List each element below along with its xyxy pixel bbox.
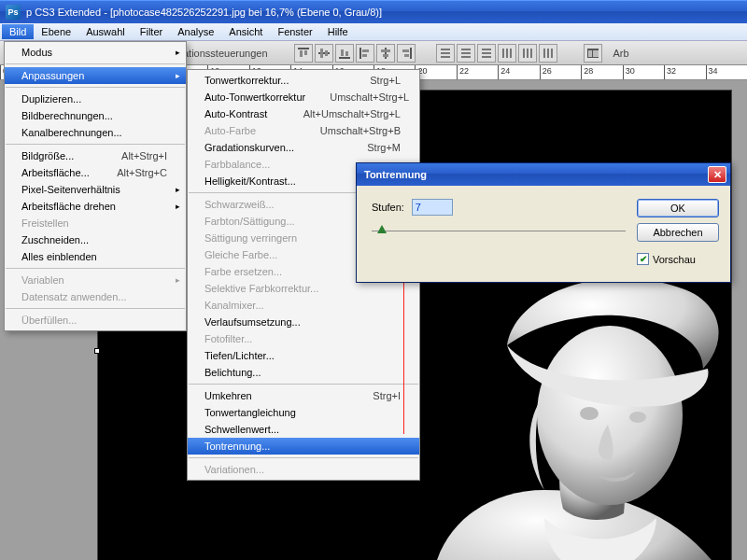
menu-item-tonwertkorrektur[interactable]: Tonwertkorrektur...Strg+L: [188, 72, 419, 89]
svg-rect-29: [510, 49, 512, 58]
menu-item-zuschneiden[interactable]: Zuschneiden...: [5, 231, 186, 248]
menu-item-label: Tonwertkorrektur...: [204, 75, 345, 86]
menubar[interactable]: Bild Ebene Auswahl Filter Analyse Ansich…: [0, 23, 747, 41]
preview-checkbox-row[interactable]: ✔ Vorschau: [637, 253, 719, 265]
distribute-hcenter-icon[interactable]: [518, 44, 537, 63]
app-icon: Ps: [6, 5, 21, 20]
menu-item-label: Bildgröße...: [21, 150, 97, 161]
menu-analyse[interactable]: Analyse: [170, 24, 221, 39]
slider-thumb[interactable]: [377, 225, 387, 233]
svg-rect-19: [441, 52, 450, 54]
distribute-top-icon[interactable]: [436, 44, 455, 63]
align-right-icon[interactable]: [397, 44, 416, 63]
menu-separator: [6, 308, 185, 309]
menu-item-bildberechnungen[interactable]: Bildberechnungen...: [5, 107, 186, 124]
menu-separator: [189, 457, 418, 458]
svg-rect-35: [551, 49, 553, 58]
svg-rect-30: [523, 49, 525, 58]
menu-item-shortcut: Umschalt+Strg+B: [320, 125, 401, 136]
svg-rect-16: [402, 49, 409, 52]
align-top-icon[interactable]: [294, 44, 313, 63]
svg-rect-27: [502, 49, 504, 58]
menu-item-bildgr-e[interactable]: Bildgröße...Alt+Strg+I: [5, 147, 186, 164]
menu-bild[interactable]: Bild: [2, 24, 34, 39]
cancel-button[interactable]: Abbrechen: [637, 223, 719, 242]
svg-rect-33: [543, 49, 545, 58]
align-hcenter-icon[interactable]: [376, 44, 395, 63]
menu-item-gradationskurven[interactable]: Gradationskurven...Strg+M: [188, 139, 419, 156]
svg-rect-12: [385, 48, 387, 59]
dialog-titlebar[interactable]: Tontrennung ✕: [357, 163, 730, 186]
svg-rect-10: [362, 49, 369, 52]
menu-item-label: Arbeitsfläche...: [21, 167, 92, 178]
menu-item-label: Umkehren: [204, 390, 348, 401]
stufen-slider[interactable]: [372, 223, 626, 240]
menu-item-schwellenwert[interactable]: Schwellenwert...: [188, 421, 419, 438]
menu-item-tontrennung[interactable]: Tontrennung...: [188, 438, 419, 455]
tontrennung-dialog[interactable]: Tontrennung ✕ Stufen: OK Abbrechen ✔ Vor…: [356, 162, 731, 283]
svg-rect-17: [404, 54, 409, 57]
menu-item-arbeitsfl-che-drehen[interactable]: Arbeitsfläche drehen: [5, 198, 186, 215]
menu-item-duplizieren[interactable]: Duplizieren...: [5, 91, 186, 107]
menu-item-auto-kontrast[interactable]: Auto-KontrastAlt+Umschalt+Strg+L: [188, 105, 419, 122]
menu-auswahl[interactable]: Auswahl: [78, 24, 133, 39]
distribute-vcenter-icon[interactable]: [457, 44, 475, 63]
menu-item-anpassungen[interactable]: Anpassungen: [5, 67, 186, 84]
menu-item-fotofilter: Fotofilter...: [188, 330, 419, 347]
transform-handle-ml[interactable]: [94, 348, 100, 354]
menu-item-label: Bildberechnungen...: [21, 110, 167, 121]
menu-item-label: Arbeitsfläche drehen: [21, 201, 167, 212]
menu-item-label: Auto-Kontrast: [204, 108, 279, 119]
menu-item-auto-tonwertkorrektur[interactable]: Auto-TonwertkorrekturUmschalt+Strg+L: [188, 89, 419, 105]
menu-item-label: Kanalberechnungen...: [21, 127, 167, 138]
dialog-title: Tontrennung: [364, 169, 427, 180]
menu-item-umkehren[interactable]: UmkehrenStrg+I: [188, 387, 419, 404]
menu-item-label: Gradationskurven...: [204, 142, 343, 153]
align-left-icon[interactable]: [356, 44, 374, 63]
menu-item-label: Datensatz anwenden...: [21, 291, 167, 302]
svg-rect-26: [482, 56, 491, 58]
distribute-left-icon[interactable]: [498, 44, 516, 63]
svg-rect-9: [359, 48, 361, 59]
menu-ansicht[interactable]: Ansicht: [221, 24, 270, 39]
menu-item-pixel-seitenverh-ltnis[interactable]: Pixel-Seitenverhältnis: [5, 181, 186, 198]
svg-point-40: [580, 407, 599, 420]
menu-item-label: Variationen...: [204, 464, 401, 475]
menu-item-alles-einblenden[interactable]: Alles einblenden: [5, 248, 186, 265]
menu-item-belichtung[interactable]: Belichtung...: [188, 364, 419, 381]
menu-item-tonwertangleichung[interactable]: Tonwertangleichung: [188, 404, 419, 421]
svg-rect-8: [345, 51, 348, 56]
menu-filter[interactable]: Filter: [133, 24, 170, 39]
menu-item-label: Fotofilter...: [204, 333, 401, 344]
preview-label: Vorschau: [653, 254, 696, 265]
menu-fenster[interactable]: Fenster: [270, 24, 319, 39]
menu-item-label: Modus: [21, 47, 167, 58]
distribute-bottom-icon[interactable]: [477, 44, 496, 63]
menu-ebene[interactable]: Ebene: [34, 24, 78, 39]
menu-item-arbeitsfl-che[interactable]: Arbeitsfläche...Alt+Strg+C: [5, 164, 186, 181]
align-vcenter-icon[interactable]: [315, 44, 333, 63]
svg-rect-37: [588, 50, 592, 57]
distribute-right-icon[interactable]: [539, 44, 557, 63]
menu-item-verlaufsumsetzung[interactable]: Verlaufsumsetzung...: [188, 314, 419, 330]
stufen-input[interactable]: [412, 199, 453, 216]
svg-rect-1: [300, 50, 303, 57]
svg-rect-20: [441, 56, 450, 58]
menu-bild-dropdown[interactable]: ModusAnpassungenDuplizieren...Bildberech…: [4, 41, 187, 331]
ok-button[interactable]: OK: [637, 199, 719, 217]
close-icon[interactable]: ✕: [708, 166, 726, 183]
menu-item-shortcut: Alt+Umschalt+Strg+L: [303, 108, 401, 119]
menu-separator: [6, 268, 185, 269]
preview-checkbox[interactable]: ✔: [637, 253, 649, 265]
window-title: p CS3 Extended - [photocase482526252291.…: [26, 7, 382, 18]
menu-item-kanalberechnungen[interactable]: Kanalberechnungen...: [5, 124, 186, 141]
menu-separator: [189, 384, 418, 385]
menu-item-shortcut: Strg+I: [373, 390, 401, 401]
svg-rect-7: [341, 49, 344, 56]
svg-rect-3: [318, 52, 330, 54]
menu-item-modus[interactable]: Modus: [5, 44, 186, 61]
workspace-icon[interactable]: [584, 44, 602, 63]
menu-hilfe[interactable]: Hilfe: [320, 24, 356, 39]
align-bottom-icon[interactable]: [335, 44, 354, 63]
menu-item-tiefen-lichter[interactable]: Tiefen/Lichter...: [188, 347, 419, 364]
